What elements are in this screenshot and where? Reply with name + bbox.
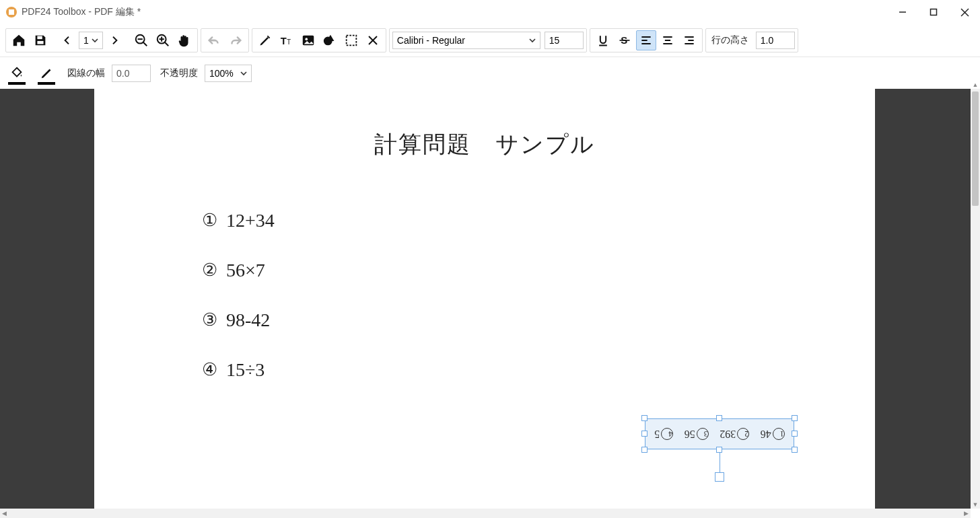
problem-row: ④ 15÷3 <box>202 359 275 381</box>
rotated-answers-text: 146 2392 356 45 <box>645 418 794 449</box>
align-right-icon[interactable] <box>679 30 699 50</box>
shape-tool-icon[interactable] <box>320 30 340 50</box>
zoom-in-icon[interactable] <box>153 30 173 50</box>
problem-row: ① 12+34 <box>202 210 275 231</box>
resize-handle[interactable] <box>792 415 798 421</box>
main-toolbar: 1 TT Calibri - Regular 15 S 行の高さ 1.0 <box>0 24 980 57</box>
font-size-input[interactable]: 15 <box>545 32 584 49</box>
line-height-label: 行の高さ <box>711 34 749 46</box>
text-tool-icon[interactable]: TT <box>277 30 297 50</box>
resize-handle[interactable] <box>641 415 648 421</box>
prev-page-icon[interactable] <box>57 30 77 50</box>
undo-icon[interactable] <box>204 30 224 50</box>
opacity-value: 100% <box>209 68 234 79</box>
align-center-icon[interactable] <box>658 30 678 50</box>
title-bar: PDF24 Toolbox - PDF 編集 * <box>0 0 980 24</box>
image-tool-icon[interactable] <box>298 30 318 50</box>
page-number: 1 <box>83 35 89 46</box>
rotation-stem <box>720 452 720 475</box>
problem-row: ③ 98-42 <box>202 309 275 331</box>
minimize-button[interactable] <box>887 1 918 23</box>
document-canvas[interactable]: 計算問題 サンプル ① 12+34 ② 56×7 ③ 98-42 ④ 15÷3 … <box>0 89 971 509</box>
svg-text:T: T <box>281 36 287 46</box>
scroll-thumb[interactable] <box>972 91 979 206</box>
window-title: PDF24 Toolbox - PDF 編集 * <box>22 6 141 18</box>
resize-handle[interactable] <box>641 447 648 453</box>
selected-text-object[interactable]: 146 2392 356 45 <box>645 418 794 449</box>
next-page-icon[interactable] <box>104 30 125 50</box>
pdf-page[interactable]: 計算問題 サンプル ① 12+34 ② 56×7 ③ 98-42 ④ 15÷3 … <box>94 89 875 509</box>
scroll-left-arrow[interactable]: ◀ <box>2 510 7 517</box>
line-height-value: 1.0 <box>761 35 773 46</box>
zoom-out-icon[interactable] <box>131 30 151 50</box>
rotation-handle[interactable] <box>715 472 724 482</box>
select-area-icon[interactable] <box>341 30 361 50</box>
font-name: Calibri - Regular <box>397 35 465 46</box>
strikethrough-icon[interactable]: S <box>615 30 635 50</box>
svg-rect-20 <box>346 36 356 46</box>
svg-rect-7 <box>37 41 43 44</box>
svg-rect-1 <box>9 9 14 15</box>
align-left-icon[interactable] <box>636 30 656 50</box>
stroke-color-icon[interactable] <box>35 62 58 85</box>
scroll-right-arrow[interactable]: ▶ <box>964 510 969 517</box>
app-icon <box>5 6 18 18</box>
opacity-select[interactable]: 100% <box>205 65 252 82</box>
problem-list: ① 12+34 ② 56×7 ③ 98-42 ④ 15÷3 <box>202 210 275 409</box>
page-select[interactable]: 1 <box>79 32 103 49</box>
resize-handle[interactable] <box>716 415 722 421</box>
hand-pan-icon[interactable] <box>174 30 195 50</box>
horizontal-scrollbar[interactable]: ◀▶ <box>0 509 971 518</box>
pencil-icon[interactable] <box>255 30 275 50</box>
maximize-button[interactable] <box>918 1 949 23</box>
scroll-up-arrow[interactable]: ▲ <box>971 81 980 89</box>
linewidth-input[interactable] <box>112 65 151 82</box>
svg-line-12 <box>165 42 169 46</box>
resize-handle[interactable] <box>641 431 648 437</box>
vertical-scrollbar[interactable] <box>971 89 980 509</box>
line-height-input[interactable]: 1.0 <box>756 32 795 49</box>
font-size: 15 <box>549 35 560 46</box>
save-icon[interactable] <box>30 30 50 50</box>
document-title: 計算問題 サンプル <box>94 129 875 160</box>
secondary-toolbar: 図線の幅 不透明度 100% <box>0 57 980 89</box>
resize-handle[interactable] <box>792 431 798 437</box>
scroll-down-arrow[interactable]: ▼ <box>971 501 980 509</box>
redo-icon[interactable] <box>225 30 246 50</box>
opacity-label: 不透明度 <box>160 67 198 79</box>
home-icon[interactable] <box>9 30 29 50</box>
svg-point-18 <box>305 38 308 40</box>
fill-color-icon[interactable] <box>5 62 28 85</box>
svg-rect-6 <box>37 36 42 40</box>
close-button[interactable] <box>949 1 980 23</box>
svg-text:T: T <box>287 38 291 46</box>
resize-handle[interactable] <box>792 447 798 453</box>
font-select[interactable]: Calibri - Regular <box>392 32 540 49</box>
svg-line-9 <box>143 42 147 46</box>
underline-icon[interactable] <box>593 30 613 50</box>
problem-row: ② 56×7 <box>202 260 275 281</box>
svg-rect-3 <box>931 9 937 15</box>
linewidth-label: 図線の幅 <box>67 67 105 79</box>
delete-icon[interactable] <box>363 30 383 50</box>
